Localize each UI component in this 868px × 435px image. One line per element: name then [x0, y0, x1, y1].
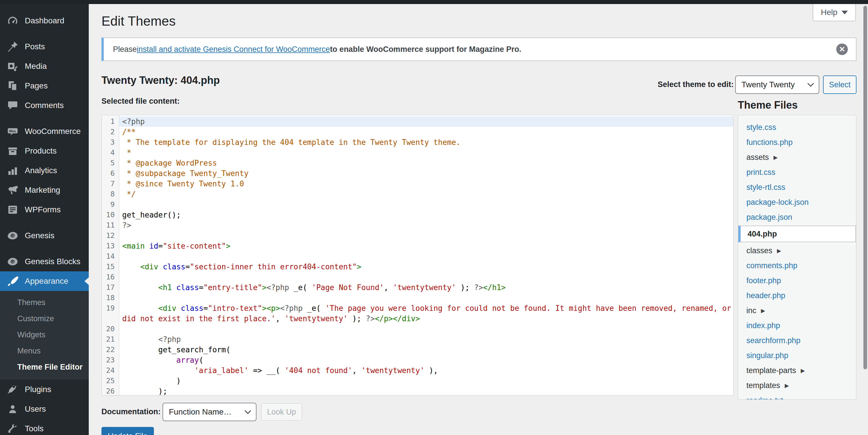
code-line[interactable]: ); — [119, 386, 733, 396]
notice-link[interactable]: install and activate Genesis Connect for… — [137, 45, 330, 54]
svg-text:G: G — [11, 234, 14, 238]
code-line[interactable]: * The template for displaying the 404 te… — [119, 137, 733, 148]
lookup-button[interactable]: Look Up — [261, 403, 302, 421]
theme-folder-inc[interactable]: inc▶ — [738, 303, 856, 318]
theme-file-index-php[interactable]: index.php — [738, 318, 856, 333]
theme-file-label: assets — [746, 153, 769, 162]
code-line[interactable]: * @subpackage Twenty_Twenty — [119, 168, 733, 179]
sidebar-item-comments[interactable]: Comments — [0, 96, 89, 115]
wpforms-icon — [7, 204, 19, 216]
code-line[interactable]: */ — [119, 189, 733, 199]
sidebar-item-pages[interactable]: Pages — [0, 76, 89, 96]
code-line[interactable] — [119, 293, 733, 303]
appearance-icon — [7, 275, 19, 287]
line-number: 12 — [102, 230, 119, 241]
chevron-down-icon — [841, 11, 848, 14]
sidebar-subitem-menus[interactable]: Menus — [0, 343, 89, 359]
code-line[interactable]: array( — [119, 355, 733, 365]
theme-file-package-lock-json[interactable]: package-lock.json — [738, 195, 856, 210]
sidebar-item-genesis-blocks[interactable]: GGenesis Blocks — [0, 252, 89, 271]
theme-folder-classes[interactable]: classes▶ — [738, 243, 856, 258]
admin-sidebar: DashboardPostsMediaPagesCommentsWooWooCo… — [0, 4, 89, 435]
line-number: 9 — [102, 199, 119, 210]
code-line[interactable]: * @since Twenty Twenty 1.0 — [119, 179, 733, 189]
sidebar-item-label: Users — [25, 404, 46, 414]
theme-file-searchform-php[interactable]: searchform.php — [738, 333, 856, 348]
code-line[interactable]: <div class="section-inner thin error404-… — [119, 261, 733, 272]
code-line[interactable]: <?php — [119, 334, 733, 345]
code-editor-content[interactable]: 1<?php2/**3 * The template for displayin… — [102, 115, 733, 396]
theme-file-footer-php[interactable]: footer.php — [738, 273, 856, 288]
theme-file-package-json[interactable]: package.json — [738, 210, 856, 225]
theme-file-404-php[interactable]: 404.php — [738, 225, 856, 242]
code-line[interactable]: did not exist in the first place.', 'twe… — [119, 313, 733, 324]
theme-folder-assets[interactable]: assets▶ — [738, 150, 856, 165]
sidebar-item-marketing[interactable]: Marketing — [0, 180, 89, 200]
code-line[interactable] — [119, 199, 733, 210]
code-line[interactable]: 'aria_label' => __( '404 not found', 'tw… — [119, 365, 733, 376]
sidebar-item-woocommerce[interactable]: WooWooCommerce — [0, 122, 89, 141]
sidebar-item-wpforms[interactable]: WPForms — [0, 200, 89, 219]
sidebar-item-tools[interactable]: Tools — [0, 419, 89, 435]
update-file-button[interactable]: Update File — [101, 427, 154, 435]
theme-file-style-rtl-css[interactable]: style-rtl.css — [738, 180, 856, 195]
code-line[interactable]: ) — [119, 376, 733, 386]
code-line[interactable]: get_header(); — [119, 210, 733, 220]
select-theme-button[interactable]: Select — [823, 75, 857, 94]
sidebar-item-label: Products — [25, 146, 57, 156]
code-line[interactable]: <?php — [119, 116, 733, 127]
folder-expand-icon: ▶ — [773, 154, 778, 161]
code-line[interactable]: * — [119, 148, 733, 158]
theme-folder-template-parts[interactable]: template-parts▶ — [738, 363, 856, 378]
sidebar-item-label: WPForms — [25, 205, 61, 214]
theme-file-singular-php[interactable]: singular.php — [738, 348, 856, 363]
line-number: 13 — [102, 241, 119, 251]
line-number: 21 — [102, 334, 119, 345]
sidebar-item-analytics[interactable]: Analytics — [0, 161, 89, 180]
sidebar-item-dashboard[interactable]: Dashboard — [0, 11, 89, 31]
sidebar-subitem-theme-file-editor[interactable]: Theme File Editor — [0, 359, 89, 375]
line-number: 5 — [102, 158, 119, 168]
theme-file-comments-php[interactable]: comments.php — [738, 258, 856, 273]
code-line-row: 26 ); — [102, 386, 733, 396]
code-editor[interactable]: 1<?php2/**3 * The template for displayin… — [101, 115, 734, 396]
documentation-select[interactable]: Function Name… — [162, 403, 256, 421]
theme-file-header-php[interactable]: header.php — [738, 288, 856, 303]
code-line[interactable] — [119, 230, 733, 241]
theme-select[interactable]: Twenty Twenty — [735, 75, 819, 94]
theme-file-style-css[interactable]: style.css — [738, 120, 856, 135]
code-line[interactable]: <main id="site-content"> — [119, 241, 733, 251]
sidebar-item-media[interactable]: Media — [0, 57, 89, 76]
sidebar-subitem-widgets[interactable]: Widgets — [0, 327, 89, 343]
sidebar-item-label: Media — [25, 62, 47, 71]
code-line[interactable]: /** — [119, 127, 733, 137]
sidebar-item-products[interactable]: Products — [0, 141, 89, 161]
sidebar-item-label: Posts — [25, 42, 45, 51]
sidebar-item-posts[interactable]: Posts — [0, 37, 89, 57]
theme-file-print-css[interactable]: print.css — [738, 165, 856, 180]
sidebar-item-genesis[interactable]: GGenesis — [0, 226, 89, 245]
help-button[interactable]: Help — [813, 4, 856, 21]
sidebar-item-appearance[interactable]: Appearance — [0, 271, 89, 291]
line-number: 16 — [102, 272, 119, 282]
code-line[interactable]: <div class="intro-text"><p><?php _e( 'Th… — [119, 303, 733, 313]
code-line[interactable] — [119, 272, 733, 282]
code-line[interactable] — [119, 251, 733, 261]
sidebar-item-users[interactable]: Users — [0, 399, 89, 419]
theme-file-readme-txt[interactable]: readme.txt — [738, 393, 856, 400]
sidebar-item-plugins[interactable]: Plugins — [0, 380, 89, 399]
sidebar-subitem-customize[interactable]: Customize — [0, 311, 89, 327]
theme-folder-templates[interactable]: templates▶ — [738, 378, 856, 393]
code-line[interactable] — [119, 324, 733, 334]
page-scrollbar-thumb[interactable] — [863, 6, 867, 369]
code-line[interactable]: * @package WordPress — [119, 158, 733, 168]
analytics-icon — [7, 165, 19, 176]
code-line[interactable]: ?> — [119, 220, 733, 230]
dismiss-icon[interactable]: ✕ — [836, 43, 848, 55]
dashboard-icon — [7, 15, 19, 27]
code-line[interactable]: <h1 class="entry-title"><?php _e( 'Page … — [119, 282, 733, 293]
theme-file-functions-php[interactable]: functions.php — [738, 135, 856, 150]
sidebar-subitem-themes[interactable]: Themes — [0, 294, 89, 311]
code-line[interactable]: get_search_form( — [119, 345, 733, 355]
sidebar-item-label: Plugins — [25, 385, 51, 394]
